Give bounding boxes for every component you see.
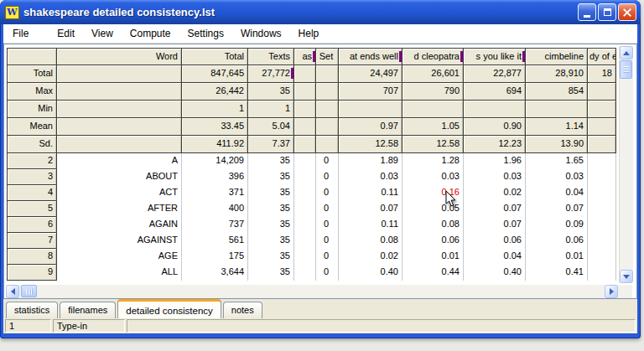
row-header[interactable]: 4 xyxy=(7,185,57,201)
cell-set[interactable]: 0 xyxy=(316,153,339,169)
cell-c1[interactable]: 707 xyxy=(339,83,402,101)
cell-word[interactable]: AGAIN xyxy=(57,217,182,233)
cell-c3[interactable]: 694 xyxy=(464,83,526,101)
cell-c2[interactable]: 0.06 xyxy=(402,233,464,249)
cell-texts[interactable]: 35 xyxy=(248,185,294,201)
cell-c3[interactable]: 0.06 xyxy=(464,233,526,249)
col-header-word[interactable]: Word xyxy=(57,48,182,65)
cell-total[interactable]: 737 xyxy=(182,217,248,233)
cell-c5[interactable] xyxy=(588,201,616,217)
cell-c1[interactable]: 0.11 xyxy=(339,217,402,233)
row-header[interactable]: 8 xyxy=(7,249,57,265)
row-header[interactable]: 3 xyxy=(7,169,57,185)
tab-notes[interactable]: notes xyxy=(223,302,262,318)
cell-word[interactable]: ACT xyxy=(57,185,182,201)
cell-c2[interactable]: 0.01 xyxy=(402,249,464,265)
cell-c4[interactable]: 0.01 xyxy=(526,249,588,265)
cell-c1[interactable]: 0.02 xyxy=(339,249,402,265)
cell-set[interactable] xyxy=(316,118,339,136)
cell-c1[interactable]: 0.97 xyxy=(339,118,402,136)
cell-c5[interactable] xyxy=(588,249,616,265)
cell-as[interactable] xyxy=(294,169,316,185)
cell-c3[interactable]: 0.07 xyxy=(464,217,526,233)
menu-edit[interactable]: Edit xyxy=(49,25,83,42)
cell-set[interactable]: 0 xyxy=(316,169,339,185)
cell-as[interactable] xyxy=(294,65,316,83)
row-header[interactable]: 6 xyxy=(7,217,57,233)
cell-c1[interactable]: 0.11 xyxy=(339,185,402,201)
col-header-rownum[interactable] xyxy=(7,48,57,65)
cell-c3[interactable]: 0.07 xyxy=(464,201,526,217)
cell-c4[interactable]: 0.04 xyxy=(526,185,588,201)
cell-as[interactable] xyxy=(294,136,316,153)
cell-total[interactable]: 400 xyxy=(182,201,248,217)
col-header-texts[interactable]: Texts xyxy=(248,48,294,65)
cell-total[interactable]: 847,645 xyxy=(182,65,248,83)
cell-as[interactable] xyxy=(294,201,316,217)
cell-c4[interactable]: 0.03 xyxy=(526,169,588,185)
cell-as[interactable] xyxy=(294,265,316,281)
cell-c5[interactable] xyxy=(588,101,616,118)
col-header-total[interactable]: Total xyxy=(182,48,248,65)
cell-c3[interactable] xyxy=(464,101,526,118)
cell-c5[interactable] xyxy=(588,185,616,201)
col-header-c5[interactable]: dy of e xyxy=(588,48,616,65)
cell-c1[interactable]: 0.08 xyxy=(339,233,402,249)
col-header-set[interactable]: Set xyxy=(316,48,339,65)
vertical-scroll-thumb[interactable] xyxy=(620,60,632,79)
cell-c2[interactable]: 0.44 xyxy=(402,265,464,281)
cell-c5[interactable] xyxy=(588,83,616,101)
cell-word[interactable]: AGE xyxy=(57,249,182,265)
cell-as[interactable] xyxy=(294,233,316,249)
title-bar[interactable]: W shakespeare detailed consistency.lst xyxy=(0,0,641,24)
close-button[interactable] xyxy=(618,3,636,21)
scroll-down-button[interactable] xyxy=(620,270,633,283)
cell-texts[interactable]: 35 xyxy=(248,169,294,185)
row-header[interactable]: 2 xyxy=(7,153,57,169)
cell-as[interactable] xyxy=(294,118,316,136)
row-header[interactable]: Mean xyxy=(7,118,57,136)
cell-set[interactable]: 0 xyxy=(316,233,339,249)
cell-c2[interactable]: 12.58 xyxy=(402,136,464,153)
horizontal-scroll-thumb[interactable] xyxy=(21,285,37,297)
col-header-c4[interactable]: cimbeline xyxy=(526,48,588,65)
cell-c5[interactable] xyxy=(588,265,616,281)
cell-total[interactable]: 396 xyxy=(182,169,248,185)
cell-c2[interactable]: 0.16 xyxy=(402,185,464,201)
cell-c4[interactable]: 854 xyxy=(526,83,588,101)
cell-c2[interactable]: 0.03 xyxy=(402,169,464,185)
cell-word[interactable]: A xyxy=(57,153,182,169)
menu-help[interactable]: Help xyxy=(290,25,328,42)
cell-total[interactable]: 371 xyxy=(182,185,248,201)
col-header-c1[interactable]: at ends well xyxy=(339,48,402,65)
cell-c4[interactable]: 0.07 xyxy=(526,201,588,217)
cell-c3[interactable]: 0.02 xyxy=(464,185,526,201)
cell-c2[interactable]: 1.05 xyxy=(402,118,464,136)
cell-c4[interactable]: 0.41 xyxy=(526,265,588,281)
cell-word[interactable] xyxy=(57,83,182,101)
row-header[interactable]: 9 xyxy=(7,265,57,281)
row-header[interactable]: 5 xyxy=(7,201,57,217)
cell-set[interactable] xyxy=(316,136,339,153)
cell-c3[interactable]: 1.96 xyxy=(464,153,526,169)
cell-texts[interactable]: 35 xyxy=(248,83,294,101)
cell-word[interactable] xyxy=(57,65,182,83)
cell-c5[interactable] xyxy=(588,118,616,136)
cell-c4[interactable]: 28,910 xyxy=(526,65,588,83)
row-header[interactable]: Sd. xyxy=(7,136,57,153)
cell-c5[interactable] xyxy=(588,169,616,185)
cell-set[interactable]: 0 xyxy=(316,249,339,265)
cell-c1[interactable]: 0.07 xyxy=(339,201,402,217)
cell-texts[interactable]: 27,772 xyxy=(248,65,294,83)
tab-filenames[interactable]: filenames xyxy=(60,302,116,318)
cell-c3[interactable]: 0.03 xyxy=(464,169,526,185)
cell-as[interactable] xyxy=(294,101,316,118)
cell-total[interactable]: 14,209 xyxy=(182,153,248,169)
scroll-right-button[interactable] xyxy=(605,285,618,298)
cell-c5[interactable] xyxy=(588,136,616,153)
menu-compute[interactable]: Compute xyxy=(122,25,179,42)
cell-c3[interactable]: 0.04 xyxy=(464,249,526,265)
cell-set[interactable] xyxy=(316,101,339,118)
menu-settings[interactable]: Settings xyxy=(179,25,232,42)
cell-c4[interactable]: 0.06 xyxy=(526,233,588,249)
